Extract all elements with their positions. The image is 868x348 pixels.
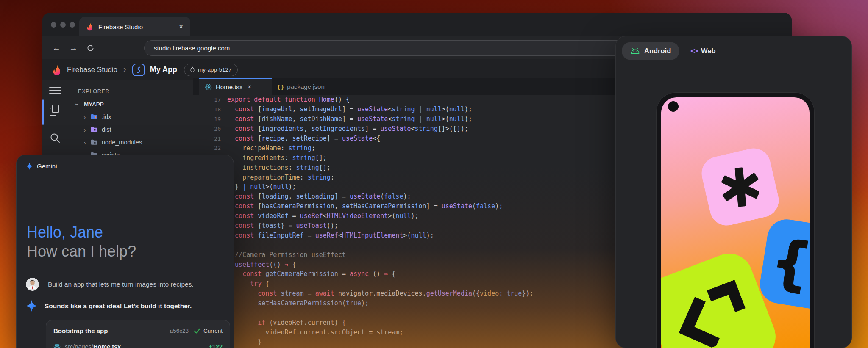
toggle-android[interactable]: Android xyxy=(622,42,679,60)
tree-item-label: node_modules xyxy=(102,139,142,146)
search-icon[interactable] xyxy=(50,133,61,145)
gemini-title: Gemini xyxy=(37,163,57,170)
toggle-web-label: Web xyxy=(701,47,716,55)
tree-item-label: dist xyxy=(102,126,111,133)
phone-mockup: { xyxy=(657,93,814,348)
tree-root-label: MYAPP xyxy=(84,101,104,108)
editor-tab-label: package.json xyxy=(287,83,324,90)
asterisk-icon xyxy=(716,163,765,211)
gemini-header: Gemini xyxy=(26,163,57,170)
chevron-right-icon: › xyxy=(81,126,88,133)
editor-tab-label: Home.tsx xyxy=(216,83,242,91)
browser-tab-strip: Firebase Studio ✕ xyxy=(42,13,792,36)
tree-item-dist[interactable]: › dist xyxy=(68,123,193,136)
tab-close-icon[interactable]: ✕ xyxy=(178,23,184,30)
firebase-flame-icon xyxy=(86,22,94,31)
explorer-icon[interactable] xyxy=(50,105,60,116)
workspace-badge[interactable]: my-app-5127 xyxy=(184,64,238,76)
url-text: studio.firebase.google.com xyxy=(154,44,230,52)
react-icon xyxy=(205,84,212,91)
assistant-message-row: Sounds like a great idea! Let's build it… xyxy=(26,300,192,312)
file-tree: › MYAPP › .idx › xyxy=(68,98,193,161)
window-dot[interactable] xyxy=(70,22,75,28)
user-message-row: Build an app that lets me turn images in… xyxy=(26,278,194,291)
platform-toggles: Android <> Web xyxy=(622,42,716,60)
commit-hash: a56c23 xyxy=(170,328,189,334)
editor-tab-packagejson[interactable]: {..} package.json xyxy=(272,78,331,95)
avatar xyxy=(26,278,39,291)
assistant-message-text: Sounds like a great idea! Let's build it… xyxy=(45,302,192,310)
forward-icon[interactable]: → xyxy=(68,43,79,53)
folder-icon xyxy=(91,114,98,120)
changed-file-row[interactable]: src/pages/Home.tsx +122 xyxy=(53,343,223,348)
window-dot[interactable] xyxy=(60,22,66,28)
close-icon[interactable]: ✕ xyxy=(247,84,252,90)
gemini-star-icon xyxy=(26,163,33,170)
gemini-star-icon xyxy=(26,300,37,312)
check-icon xyxy=(194,328,200,334)
file-path: src/pages/Home.tsx xyxy=(65,343,121,348)
gemini-panel: Gemini Hello, Jane How can I help? Build… xyxy=(16,155,234,348)
folder-icon xyxy=(91,127,98,133)
tree-item-node-modules[interactable]: › node_modules xyxy=(68,136,193,149)
active-view-indicator xyxy=(42,99,44,125)
file-name: Home.tsx xyxy=(93,343,121,348)
card-title: Bootstrap the app xyxy=(53,327,170,334)
greeting-line1: Hello, Jane xyxy=(27,223,136,242)
folder-icon xyxy=(91,139,98,145)
curly-brace-icon: { xyxy=(771,232,810,293)
explorer-title: EXPLORER xyxy=(78,88,109,94)
toggle-android-label: Android xyxy=(644,47,671,55)
editor-tab-hometsx[interactable]: Home.tsx ✕ xyxy=(199,78,272,95)
diff-added-count: +122 xyxy=(121,343,223,348)
greeting-line2: How can I help? xyxy=(27,242,136,261)
refresh-icon[interactable] xyxy=(85,44,96,52)
code-brackets-icon: <> xyxy=(690,47,697,55)
device-preview-panel: Android <> Web xyxy=(615,36,852,348)
json-braces-icon: {..} xyxy=(278,83,283,90)
user-message-text: Build an app that lets me turn images in… xyxy=(48,281,194,288)
app-name[interactable]: My App xyxy=(150,65,177,74)
workspace-badge-label: my-app-5127 xyxy=(198,66,232,73)
chevron-right-icon: › xyxy=(81,139,88,146)
breadcrumb-chevron-icon: › xyxy=(123,64,126,74)
browser-tab-title: Firebase Studio xyxy=(98,23,178,30)
tree-item-label: .idx xyxy=(102,113,111,120)
back-icon[interactable]: ← xyxy=(51,43,62,53)
angle-brackets-icon xyxy=(667,280,754,348)
tree-root-myapp[interactable]: › MYAPP xyxy=(68,98,193,110)
phone-screen: { xyxy=(661,97,810,348)
browser-tab[interactable]: Firebase Studio ✕ xyxy=(79,17,190,36)
stage: Firebase Studio ✕ ← → studio.firebase.go… xyxy=(0,0,868,348)
app-prototyper-icon xyxy=(132,64,145,76)
pink-tile xyxy=(698,145,782,229)
chevron-down-icon: › xyxy=(74,101,81,108)
menu-icon[interactable] xyxy=(49,85,61,96)
window-dot[interactable] xyxy=(51,22,56,28)
camera-punch-hole xyxy=(668,101,679,112)
product-name[interactable]: Firebase Studio xyxy=(67,66,117,74)
droplet-icon xyxy=(190,66,195,73)
react-icon xyxy=(53,343,61,348)
android-icon xyxy=(630,48,640,54)
bootstrap-card[interactable]: Bootstrap the app a56c23 Current xyxy=(46,320,230,348)
blue-tile: { xyxy=(757,217,810,314)
toggle-web[interactable]: <> Web xyxy=(690,47,715,55)
gemini-greeting: Hello, Jane How can I help? xyxy=(27,223,136,261)
firebase-flame-icon xyxy=(52,64,62,75)
status-badge: Current xyxy=(203,328,223,334)
window-controls[interactable] xyxy=(51,22,75,28)
chevron-right-icon: › xyxy=(81,113,88,121)
tree-item-idx[interactable]: › .idx xyxy=(68,110,193,123)
